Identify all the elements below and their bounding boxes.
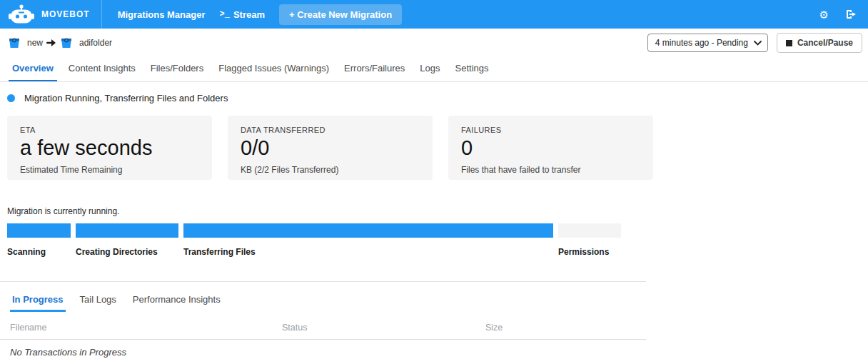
destination-name: adifolder <box>79 38 112 48</box>
tab-errors-failures[interactable]: Errors/Failures <box>340 57 408 81</box>
status-text: Migration Running, Transferring Files an… <box>24 93 228 103</box>
empty-transactions-message: No Transactions in Progress <box>0 340 646 358</box>
stage-permissions-label: Permissions <box>558 247 621 257</box>
migration-tabs: Overview Content Insights Files/Folders … <box>0 57 868 82</box>
app-header: MOVEBOT Migrations Manager >_ Stream + C… <box>0 0 868 29</box>
subtab-performance-insights[interactable]: Performance Insights <box>131 291 223 312</box>
progress-stages: Scanning Creating Directories Transferri… <box>7 223 868 257</box>
data-transferred-value: 0/0 <box>241 137 420 160</box>
header-actions: ⚙ <box>819 9 857 20</box>
metric-cards: ETA a few seconds Estimated Time Remaini… <box>7 116 868 180</box>
migration-run-select[interactable]: 4 minutes ago - Pending <box>647 34 768 52</box>
stage-transferring-files-bar <box>183 223 553 238</box>
status-dot-icon <box>7 94 15 102</box>
toolbar-controls: 4 minutes ago - Pending Cancel/Pause <box>647 33 862 53</box>
arrow-right-icon <box>46 39 56 47</box>
header-divider <box>101 0 102 29</box>
brand-name: MOVEBOT <box>41 9 90 19</box>
data-transferred-sub: KB (2/2 Files Transferred) <box>241 165 420 175</box>
nav-stream[interactable]: >_ Stream <box>219 9 264 20</box>
failures-value: 0 <box>461 137 640 160</box>
eta-card: ETA a few seconds Estimated Time Remaini… <box>7 116 212 180</box>
failures-card: FAILURES 0 Files that have failed to tra… <box>448 116 653 180</box>
tab-logs[interactable]: Logs <box>416 57 443 81</box>
column-size: Size <box>485 323 646 333</box>
tab-flagged-issues[interactable]: Flagged Issues (Warnings) <box>215 57 333 81</box>
stage-creating-directories-bar <box>76 223 178 238</box>
chevron-down-icon <box>754 41 762 46</box>
source-endpoint[interactable]: new <box>7 36 43 50</box>
progress-message: Migration is currently running. <box>7 206 868 216</box>
bucket-icon <box>7 36 21 50</box>
tab-content-insights[interactable]: Content Insights <box>65 57 139 81</box>
data-transferred-card: DATA TRANSFERRED 0/0 KB (2/2 Files Trans… <box>228 116 433 180</box>
stage-scanning: Scanning <box>7 223 71 257</box>
stage-permissions: Permissions <box>558 223 621 257</box>
column-status: Status <box>282 323 485 333</box>
migration-toolbar: new adifolder 4 minutes ago - Pending Ca… <box>0 29 868 57</box>
source-name: new <box>27 38 43 48</box>
stage-creating-directories-label: Creating Directories <box>76 247 178 257</box>
gear-icon[interactable]: ⚙ <box>819 9 829 20</box>
migration-run-select-value: 4 minutes ago - Pending <box>655 38 748 48</box>
stage-scanning-bar <box>7 223 71 238</box>
subtab-in-progress[interactable]: In Progress <box>10 291 66 312</box>
eta-card-label: ETA <box>20 126 199 134</box>
cancel-pause-button[interactable]: Cancel/Pause <box>777 33 862 53</box>
transactions-table: Filename Status Size No Transactions in … <box>0 318 646 358</box>
tab-settings[interactable]: Settings <box>452 57 493 81</box>
migration-status-banner: Migration Running, Transferring Files an… <box>7 93 868 103</box>
nav-stream-label: Stream <box>233 9 265 20</box>
stage-scanning-label: Scanning <box>7 247 71 257</box>
logout-icon[interactable] <box>846 9 857 19</box>
bucket-icon <box>59 36 74 50</box>
tab-files-folders[interactable]: Files/Folders <box>147 57 207 81</box>
eta-card-value: a few seconds <box>20 137 199 160</box>
stage-creating-directories: Creating Directories <box>76 223 178 257</box>
failures-label: FAILURES <box>461 126 640 134</box>
movebot-logo-icon <box>9 4 34 24</box>
stop-icon <box>786 40 792 46</box>
transactions-table-header: Filename Status Size <box>0 318 646 340</box>
stage-transferring-files: Transferring Files <box>183 223 553 257</box>
create-new-migration-button[interactable]: + Create New Migration <box>279 4 402 25</box>
failures-sub: Files that have failed to transfer <box>461 165 640 175</box>
data-transferred-label: DATA TRANSFERRED <box>241 126 420 134</box>
stage-permissions-bar <box>558 223 621 238</box>
eta-card-sub: Estimated Time Remaining <box>20 165 199 175</box>
stage-transferring-files-label: Transferring Files <box>183 247 553 257</box>
subtab-tail-logs[interactable]: Tail Logs <box>78 291 118 312</box>
column-filename: Filename <box>10 323 282 333</box>
cancel-pause-label: Cancel/Pause <box>797 38 853 48</box>
transaction-subtabs: In Progress Tail Logs Performance Insigh… <box>10 291 868 312</box>
terminal-icon: >_ <box>219 9 229 19</box>
tab-overview[interactable]: Overview <box>9 57 57 81</box>
section-divider <box>0 281 646 282</box>
destination-endpoint[interactable]: adifolder <box>59 36 112 50</box>
nav-migrations-manager[interactable]: Migrations Manager <box>118 9 206 20</box>
